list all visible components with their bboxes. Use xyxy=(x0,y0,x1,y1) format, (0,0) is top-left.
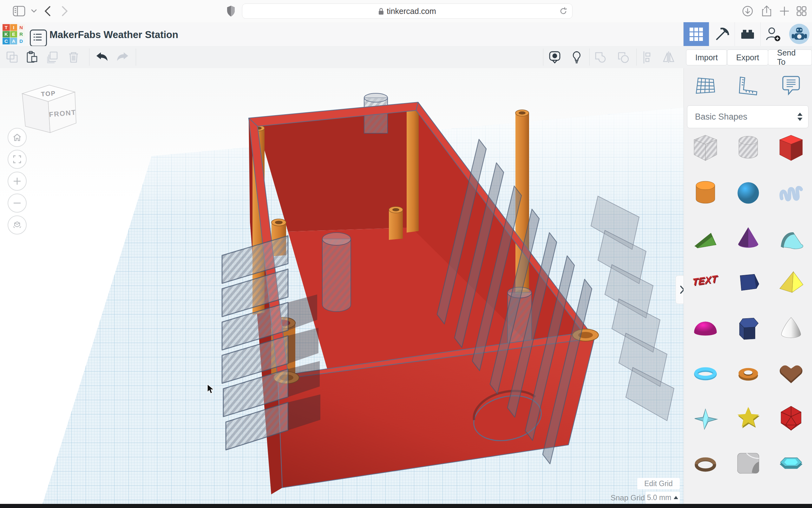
paste-icon[interactable] xyxy=(26,51,38,65)
toolbar-divider xyxy=(89,48,89,66)
shape-cylinder[interactable] xyxy=(691,178,720,208)
copy-icon[interactable] xyxy=(6,51,18,65)
brick-export-button[interactable] xyxy=(735,22,760,46)
shape-cone[interactable] xyxy=(734,223,763,253)
logo-tile: K xyxy=(3,31,10,38)
tinkercad-logo[interactable]: TINKERCAD xyxy=(3,24,25,44)
reload-icon[interactable] xyxy=(559,7,568,17)
shape-gem[interactable] xyxy=(776,449,806,478)
snap-grid-value: 5.0 mm xyxy=(647,494,672,502)
logo-tile: D xyxy=(17,38,25,44)
shape-grid: TEXTTEXT xyxy=(684,133,812,478)
toolbar-divider xyxy=(543,48,543,66)
shape-heart[interactable] xyxy=(776,358,806,388)
shape-trapezoid[interactable] xyxy=(734,268,763,298)
import-label: Import xyxy=(695,53,718,62)
shape-box-transparent[interactable] xyxy=(691,133,720,163)
delete-icon[interactable] xyxy=(67,51,80,65)
undo-icon[interactable] xyxy=(95,51,108,65)
ungroup-icon[interactable] xyxy=(617,51,630,66)
shape-box[interactable] xyxy=(776,133,806,163)
shape-paraboloid[interactable] xyxy=(776,313,806,343)
lightbulb-icon[interactable] xyxy=(570,51,583,66)
user-avatar[interactable] xyxy=(789,24,809,44)
send-to-label: Send To xyxy=(777,48,803,67)
sidebar-chevron-down-icon[interactable] xyxy=(29,0,39,22)
duplicate-icon[interactable] xyxy=(46,51,59,65)
url-text: tinkercad.com xyxy=(387,7,436,16)
toolbar-divider xyxy=(589,48,590,66)
toolbar-divider xyxy=(136,48,136,66)
shape-icosahedron[interactable] xyxy=(776,404,806,433)
shape-star-5[interactable] xyxy=(734,404,763,433)
shape-category-dropdown[interactable]: Basic Shapes xyxy=(687,105,809,128)
import-button[interactable]: Import xyxy=(686,49,727,66)
downloads-icon[interactable] xyxy=(740,0,755,22)
hole-cylinder xyxy=(322,232,351,311)
home-view-button[interactable] xyxy=(8,128,27,147)
redo-icon[interactable] xyxy=(116,51,129,65)
shape-torus[interactable] xyxy=(691,358,720,388)
mouse-cursor xyxy=(207,384,215,396)
shape-polygon[interactable] xyxy=(734,313,763,343)
shape-round-roof[interactable] xyxy=(776,223,806,253)
workplane-tool-icon[interactable] xyxy=(692,73,718,99)
blocks-view-button[interactable] xyxy=(683,22,709,46)
show-all-icon[interactable] xyxy=(548,51,561,66)
design-title[interactable]: MakerFabs Weather Station xyxy=(49,29,178,41)
ruler-tool-icon[interactable] xyxy=(735,73,761,99)
address-bar[interactable]: tinkercad.com xyxy=(242,3,573,19)
canvas-3d-viewport[interactable]: TOP FRONT Edit Grid Snap Grid 5.0 xyxy=(0,68,683,508)
logo-tile: A xyxy=(10,38,17,44)
shape-half-sphere[interactable] xyxy=(691,313,720,343)
edit-toolbar: Import Export Send To xyxy=(0,46,812,69)
shape-text[interactable]: TEXTTEXT xyxy=(691,268,720,298)
privacy-shield-icon[interactable] xyxy=(224,0,238,22)
shape-scribble[interactable] xyxy=(776,178,806,208)
zoom-in-button[interactable] xyxy=(8,172,27,191)
shape-star[interactable] xyxy=(691,404,720,433)
mirror-icon[interactable] xyxy=(662,51,676,65)
window-bottom-edge xyxy=(0,504,812,508)
shape-cylinder-transparent[interactable] xyxy=(734,133,763,163)
forward-button[interactable] xyxy=(58,0,72,22)
back-button[interactable] xyxy=(41,0,54,22)
export-button[interactable]: Export xyxy=(727,49,768,66)
shape-wedge[interactable] xyxy=(691,223,720,253)
send-to-button[interactable]: Send To xyxy=(768,49,812,66)
minecraft-export-button[interactable] xyxy=(709,22,735,46)
standoff-boss[interactable] xyxy=(389,207,403,240)
logo-tile: N xyxy=(17,24,25,31)
shape-tube[interactable] xyxy=(734,358,763,388)
view-nav-column xyxy=(8,128,27,235)
shapes-panel: Basic Shapes TEXTTEXT xyxy=(683,68,812,508)
standoff-post[interactable] xyxy=(407,104,419,232)
screen: tinkercad.com TINKERCAD MakerFabs Weathe… xyxy=(0,0,812,508)
sidebar-toggle-icon[interactable] xyxy=(11,0,27,22)
perspective-toggle-button[interactable] xyxy=(8,215,27,235)
toolbar-divider xyxy=(636,48,637,66)
group-icon[interactable] xyxy=(594,51,607,66)
logo-tile: R xyxy=(17,31,25,38)
notes-tool-icon[interactable] xyxy=(778,73,804,99)
shape-ring[interactable] xyxy=(691,449,720,478)
logo-tile: I xyxy=(10,24,17,31)
header-actions xyxy=(683,22,812,46)
view-cube-top-label[interactable]: TOP xyxy=(41,89,56,97)
snap-grid-label: Snap Grid xyxy=(611,494,645,502)
share-icon[interactable] xyxy=(759,0,774,22)
shape-sphere[interactable] xyxy=(734,178,763,208)
edit-grid-label: Edit Grid xyxy=(644,479,672,488)
tab-overview-icon[interactable] xyxy=(794,0,809,22)
shape-pyramid[interactable] xyxy=(776,268,806,298)
edit-grid-button[interactable]: Edit Grid xyxy=(637,478,680,489)
shape-dice[interactable] xyxy=(734,449,763,478)
new-tab-icon[interactable] xyxy=(777,0,792,22)
zoom-out-button[interactable] xyxy=(8,194,27,213)
logo-tile: E xyxy=(10,31,17,38)
scene-list-icon[interactable] xyxy=(30,30,47,47)
align-icon[interactable] xyxy=(641,51,654,66)
invite-collaborator-button[interactable] xyxy=(760,22,786,46)
fit-view-button[interactable] xyxy=(8,150,27,169)
snap-grid-select[interactable]: 5.0 mm xyxy=(645,492,680,504)
